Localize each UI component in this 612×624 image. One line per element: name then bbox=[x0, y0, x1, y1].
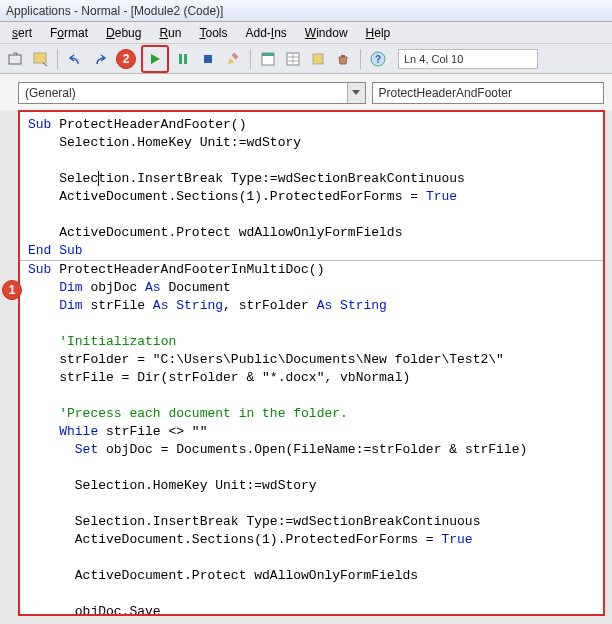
properties-button[interactable] bbox=[282, 48, 304, 70]
menu-window[interactable]: Window bbox=[297, 24, 356, 42]
run-button[interactable] bbox=[144, 48, 166, 70]
object-dropdown-value: (General) bbox=[19, 86, 347, 100]
code-editor-highlight: Sub ProtectHeaderAndFooter() Selection.H… bbox=[18, 110, 605, 616]
svg-rect-7 bbox=[262, 53, 274, 56]
svg-rect-0 bbox=[9, 55, 21, 64]
menu-run[interactable]: Run bbox=[151, 24, 189, 42]
callout-2: 2 bbox=[116, 49, 136, 69]
design-mode-button[interactable] bbox=[222, 48, 244, 70]
toolbox-button[interactable] bbox=[332, 48, 354, 70]
undo-button[interactable] bbox=[64, 48, 86, 70]
window-title: Applications - Normal - [Module2 (Code)] bbox=[0, 0, 612, 22]
help-button[interactable]: ? bbox=[367, 48, 389, 70]
svg-rect-9 bbox=[313, 54, 323, 64]
svg-rect-4 bbox=[204, 55, 212, 63]
menu-help[interactable]: Help bbox=[358, 24, 399, 42]
reset-button[interactable] bbox=[197, 48, 219, 70]
object-browser-button[interactable] bbox=[307, 48, 329, 70]
object-dropdown[interactable]: (General) bbox=[18, 82, 366, 104]
run-group-highlight bbox=[141, 45, 169, 73]
redo-button[interactable] bbox=[89, 48, 111, 70]
menu-tools[interactable]: Tools bbox=[191, 24, 235, 42]
project-explorer-button[interactable] bbox=[257, 48, 279, 70]
dropdown-button[interactable] bbox=[29, 48, 51, 70]
procedure-dropdown-value: ProtectHeaderAndFooter bbox=[373, 86, 603, 100]
chevron-down-icon bbox=[347, 83, 365, 103]
code-editor[interactable]: Sub ProtectHeaderAndFooter() Selection.H… bbox=[20, 112, 603, 616]
svg-rect-2 bbox=[179, 54, 182, 64]
menu-sert[interactable]: sert bbox=[4, 24, 40, 42]
svg-text:?: ? bbox=[375, 54, 381, 65]
cursor-position: Ln 4, Col 10 bbox=[398, 49, 538, 69]
separator bbox=[250, 49, 251, 69]
menu-debug[interactable]: Debug bbox=[98, 24, 149, 42]
callout-1: 1 bbox=[2, 280, 22, 300]
menu-add-ins[interactable]: Add-Ins bbox=[237, 24, 294, 42]
break-button[interactable] bbox=[172, 48, 194, 70]
svg-rect-1 bbox=[34, 53, 46, 63]
code-pane-header: (General) ProtectHeaderAndFooter bbox=[0, 74, 612, 110]
svg-rect-3 bbox=[184, 54, 187, 64]
menu-bar: sertFormatDebugRunToolsAdd-InsWindowHelp bbox=[0, 22, 612, 44]
export-button[interactable] bbox=[4, 48, 26, 70]
svg-rect-5 bbox=[231, 52, 238, 59]
separator bbox=[360, 49, 361, 69]
menu-format[interactable]: Format bbox=[42, 24, 96, 42]
separator bbox=[57, 49, 58, 69]
toolbar: 2 ? Ln 4, Col 10 bbox=[0, 44, 612, 74]
procedure-dropdown[interactable]: ProtectHeaderAndFooter bbox=[372, 82, 604, 104]
